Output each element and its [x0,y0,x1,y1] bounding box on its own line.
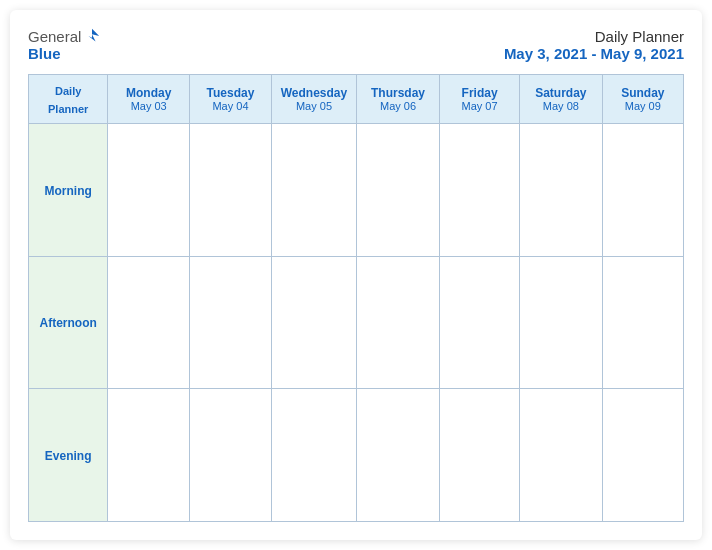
cell-tuesday-afternoon[interactable] [189,256,271,389]
planner-table: DailyPlanner Monday May 03 Tuesday May 0… [28,74,684,522]
col-header-sunday: Sunday May 09 [602,75,683,124]
col-header-saturday: Saturday May 08 [520,75,603,124]
page-container: General Blue Daily Planner May 3, 2021 -… [10,10,702,540]
col-header-friday: Friday May 07 [440,75,520,124]
table-row: Afternoon [29,256,684,389]
cell-saturday-morning[interactable] [520,124,603,257]
row-label-afternoon: Afternoon [29,256,108,389]
bird-icon [83,27,101,45]
header-right: Daily Planner May 3, 2021 - May 9, 2021 [504,28,684,62]
cell-friday-afternoon[interactable] [440,256,520,389]
cell-friday-evening[interactable] [440,389,520,522]
header-title: Daily Planner [504,28,684,45]
row-label-evening: Evening [29,389,108,522]
cell-tuesday-morning[interactable] [189,124,271,257]
cell-friday-morning[interactable] [440,124,520,257]
cell-sunday-evening[interactable] [602,389,683,522]
cell-tuesday-evening[interactable] [189,389,271,522]
table-header-label: DailyPlanner [29,75,108,124]
cell-thursday-afternoon[interactable] [357,256,440,389]
col-header-wednesday: Wednesday May 05 [271,75,356,124]
cell-saturday-evening[interactable] [520,389,603,522]
col-header-thursday: Thursday May 06 [357,75,440,124]
table-header-row: DailyPlanner Monday May 03 Tuesday May 0… [29,75,684,124]
header: General Blue Daily Planner May 3, 2021 -… [28,28,684,62]
cell-monday-evening[interactable] [108,389,190,522]
cell-monday-morning[interactable] [108,124,190,257]
svg-marker-0 [89,28,100,41]
table-row: Morning [29,124,684,257]
cell-wednesday-afternoon[interactable] [271,256,356,389]
cell-sunday-morning[interactable] [602,124,683,257]
row-label-morning: Morning [29,124,108,257]
cell-thursday-morning[interactable] [357,124,440,257]
cell-monday-afternoon[interactable] [108,256,190,389]
logo-blue: Blue [28,45,61,62]
logo: General Blue [28,28,101,62]
col-header-monday: Monday May 03 [108,75,190,124]
cell-saturday-afternoon[interactable] [520,256,603,389]
header-dates: May 3, 2021 - May 9, 2021 [504,45,684,62]
cell-wednesday-evening[interactable] [271,389,356,522]
cell-sunday-afternoon[interactable] [602,256,683,389]
logo-general: General [28,28,81,45]
col-header-tuesday: Tuesday May 04 [189,75,271,124]
cell-wednesday-morning[interactable] [271,124,356,257]
header-daily: DailyPlanner [48,85,88,115]
table-row: Evening [29,389,684,522]
cell-thursday-evening[interactable] [357,389,440,522]
